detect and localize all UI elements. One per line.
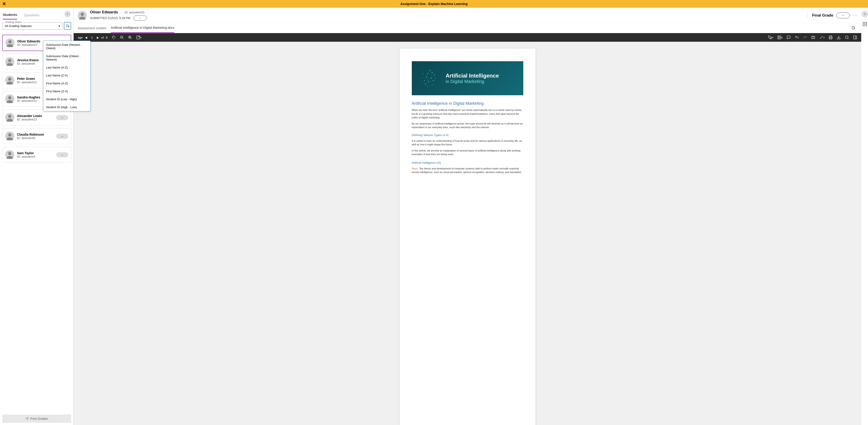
sort-option[interactable]: Submission Date (Oldest - Newest) (43, 52, 90, 63)
text-box-button[interactable] (811, 35, 815, 39)
student-item[interactable]: Alexander Lewis ID: aistudent13 -- (2, 110, 71, 125)
final-grade-pill[interactable]: -- (837, 12, 850, 18)
of-label: of (101, 36, 104, 39)
panel-button[interactable] (853, 35, 857, 39)
sort-menu: Submission Date (Newest - Oldest) Submis… (43, 40, 91, 111)
page-label: age (78, 36, 83, 39)
prev-page-button[interactable]: ◀ (85, 36, 87, 39)
doc-paragraph: As our awareness of artificial intellige… (412, 122, 523, 129)
print-button[interactable] (829, 35, 833, 39)
student-id: ID: aistudent3 (17, 155, 54, 158)
add-note-icon (863, 22, 867, 26)
svg-point-41 (845, 36, 848, 38)
hero-title-2: in Digital Marketing (446, 79, 499, 84)
svg-line-62 (431, 73, 432, 78)
right-rail (861, 8, 868, 425)
sort-option[interactable]: Submission Date (Newest - Oldest) (43, 41, 90, 52)
viewer-toolbar: age ◀ ▶ of 6 ▾ ▾ ▾ ▾ (74, 33, 861, 42)
svg-line-42 (847, 38, 848, 39)
avatar (5, 38, 14, 48)
avatar (5, 57, 14, 66)
comment-button[interactable] (787, 35, 791, 39)
sort-option[interactable]: Student ID (Low - High) (43, 95, 90, 103)
expand-rail-button[interactable] (862, 11, 868, 17)
doc-heading-1: Artificial Intelligence in Digital Marke… (412, 101, 523, 106)
close-icon[interactable]: ✕ (2, 2, 6, 6)
search-button[interactable] (845, 35, 849, 39)
post-grades-label: Post Grades (30, 417, 48, 421)
document-viewer[interactable]: Artificial Intelligence in Digital Marke… (74, 42, 861, 425)
avatar (78, 11, 87, 20)
grade-pill: -- (56, 152, 68, 158)
image-button[interactable]: ▾ (777, 35, 782, 39)
student-name: Alexander Lewis (17, 114, 54, 118)
svg-point-54 (424, 80, 425, 81)
send-icon (25, 417, 29, 420)
next-page-button[interactable]: ▶ (97, 36, 99, 39)
svg-point-13 (8, 115, 11, 118)
redo-button[interactable] (803, 35, 807, 39)
sort-option[interactable]: First Name (A-Z) (43, 79, 90, 87)
svg-point-7 (8, 59, 11, 62)
sort-icon (65, 24, 69, 28)
svg-point-21 (81, 13, 84, 16)
zoom-in-button[interactable] (128, 35, 132, 39)
svg-point-57 (427, 86, 428, 87)
doc-definition: "the theory and development of computer … (412, 167, 522, 174)
collapse-sidebar-button[interactable] (64, 11, 71, 17)
avatar (5, 94, 14, 104)
undo-button[interactable] (795, 35, 799, 39)
sort-option[interactable]: Student ID (High - Low) (43, 103, 90, 111)
dropdown-caret-icon: ▾ (59, 24, 60, 28)
avatar (5, 113, 14, 122)
doc-paragraph: It is useful to have an understanding of… (412, 139, 523, 146)
fit-button[interactable]: ▾ (136, 35, 142, 39)
attempt-grade-pill[interactable]: -- (133, 16, 147, 21)
tab-questions[interactable]: Questions (24, 11, 39, 19)
download-file-button[interactable] (850, 24, 857, 32)
draw-button[interactable]: ▾ (768, 35, 773, 39)
ai-face-graphic (416, 61, 443, 95)
final-grade-label: Final Grade (807, 13, 833, 18)
more-options-icon[interactable]: ⋯ (853, 13, 857, 18)
download-button[interactable] (837, 35, 841, 39)
sort-button[interactable] (64, 22, 71, 30)
tab-file[interactable]: Artificial Intelligence in Digital Marke… (111, 23, 174, 33)
tab-assessment-content[interactable]: Assessment content (78, 24, 106, 33)
submission-header: Oliver Edwards ID: aistudent15 SUBMITTED… (74, 8, 861, 23)
doc-heading-2: Defining Various Types of AI (412, 133, 523, 137)
grading-status-value: All Grading Statuses (5, 24, 32, 28)
svg-point-55 (423, 74, 423, 74)
student-item[interactable]: Sam Taylor ID: aistudent3 -- (2, 147, 71, 163)
doc-noun-label: Noun: (412, 167, 418, 170)
student-name: Claudia Robinson (17, 133, 54, 136)
document-page: Artificial Intelligence in Digital Marke… (400, 49, 535, 425)
zoom-out-button[interactable] (120, 35, 124, 39)
page-input[interactable] (90, 36, 94, 39)
add-feedback-button[interactable] (863, 22, 867, 27)
svg-point-15 (8, 133, 11, 137)
avatar (5, 150, 14, 159)
svg-point-53 (434, 75, 435, 75)
grading-status-select[interactable]: Grading Status All Grading Statuses ▾ (2, 22, 63, 30)
pan-button[interactable] (112, 35, 116, 39)
sidebar: Students Questions Grading Status All Gr… (0, 8, 74, 425)
svg-point-56 (435, 78, 436, 79)
student-item[interactable]: Claudia Robinson ID: aistudent9 -- (2, 128, 71, 144)
grading-status-label: Grading Status (4, 21, 23, 23)
student-id: ID: aistudent13 (17, 118, 54, 121)
svg-point-5 (8, 40, 11, 43)
total-pages: 6 (106, 36, 107, 39)
avatar (5, 76, 14, 85)
line-button[interactable]: ▾ (819, 35, 825, 39)
svg-point-58 (432, 85, 432, 85)
tab-students[interactable]: Students (3, 10, 17, 20)
header-bar: ✕ Assignment One - Explain Machine Learn… (0, 0, 868, 8)
sort-option[interactable]: First Name (Z-A) (43, 87, 90, 95)
svg-line-60 (430, 70, 432, 73)
download-icon (852, 26, 855, 29)
svg-line-64 (431, 78, 433, 81)
post-grades-button[interactable]: Post Grades (2, 415, 71, 423)
sort-option[interactable]: Last Name (Z-A) (43, 72, 90, 79)
sort-option[interactable]: Last Name (A-Z) (43, 63, 90, 72)
